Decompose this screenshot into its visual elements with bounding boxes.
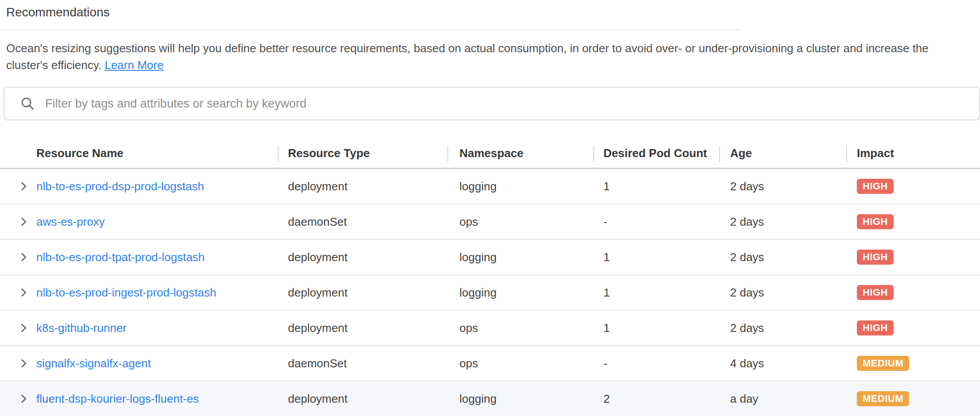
cell-namespace: ops xyxy=(459,357,603,370)
cell-namespace: logging xyxy=(459,286,603,300)
column-divider xyxy=(278,146,279,162)
impact-badge: HIGH xyxy=(857,250,894,265)
cell-resource-type: deployment xyxy=(288,321,459,335)
cell-resource-type: daemonSet xyxy=(288,215,459,229)
table-row: signalfx-signalfx-agent daemonSet ops - … xyxy=(0,346,980,381)
chevron-right-icon xyxy=(18,358,29,369)
column-divider xyxy=(719,146,720,162)
impact-badge: HIGH xyxy=(857,320,894,335)
cell-age: 2 days xyxy=(730,215,857,229)
resource-name-link[interactable]: k8s-github-runner xyxy=(36,321,127,335)
search-icon xyxy=(20,96,35,111)
table-row: nlb-to-es-prod-ingest-prod-logstash depl… xyxy=(0,275,980,311)
table-row: nlb-to-es-prod-tpat-prod-logstash deploy… xyxy=(0,240,980,275)
expand-row-button[interactable] xyxy=(18,358,29,369)
search-input[interactable] xyxy=(44,96,979,111)
impact-badge: MEDIUM xyxy=(857,391,909,406)
column-divider xyxy=(593,146,594,162)
chevron-right-icon xyxy=(18,181,29,192)
impact-badge: HIGH xyxy=(857,214,894,229)
column-header-resource-type: Resource Type xyxy=(288,146,459,160)
cell-desired-pod-count: 1 xyxy=(603,286,730,300)
column-header-namespace: Namespace xyxy=(459,146,603,160)
chevron-right-icon xyxy=(18,287,29,298)
search-bar xyxy=(4,87,980,120)
impact-badge: MEDIUM xyxy=(857,356,909,371)
column-header-desired-pod-count: Desired Pod Count xyxy=(603,146,730,160)
resource-name-link[interactable]: nlb-to-es-prod-dsp-prod-logstash xyxy=(36,180,204,193)
table-row: fluent-dsp-kourier-logs-fluent-es deploy… xyxy=(0,381,980,416)
cell-desired-pod-count: - xyxy=(603,215,730,229)
cell-age: 2 days xyxy=(730,180,857,193)
recommendations-table: Resource Name Resource Type Namespace De… xyxy=(0,139,980,416)
expand-row-button[interactable] xyxy=(18,251,29,263)
resource-name-link[interactable]: aws-es-proxy xyxy=(36,215,105,228)
cell-namespace: logging xyxy=(459,250,603,264)
table-row: nlb-to-es-prod-dsp-prod-logstash deploym… xyxy=(0,169,980,204)
page-title: Recommendations xyxy=(0,0,980,20)
cell-age: 4 days xyxy=(730,357,857,370)
cell-desired-pod-count: - xyxy=(603,357,730,370)
column-divider xyxy=(447,146,448,162)
column-header-age: Age xyxy=(730,146,857,160)
cell-resource-type: daemonSet xyxy=(288,357,459,370)
cell-namespace: ops xyxy=(459,321,603,335)
chevron-right-icon xyxy=(18,322,29,334)
cell-resource-type: deployment xyxy=(288,250,459,264)
cell-desired-pod-count: 2 xyxy=(603,392,730,406)
expand-row-button[interactable] xyxy=(18,181,29,192)
cell-desired-pod-count: 1 xyxy=(603,250,730,264)
cell-desired-pod-count: 1 xyxy=(603,180,730,193)
resource-name-link[interactable]: nlb-to-es-prod-ingest-prod-logstash xyxy=(36,286,216,299)
cell-namespace: logging xyxy=(459,392,603,406)
impact-badge: HIGH xyxy=(857,179,894,194)
column-header-impact: Impact xyxy=(857,146,980,160)
cell-resource-type: deployment xyxy=(288,180,459,193)
cell-namespace: logging xyxy=(459,180,603,193)
cell-age: 2 days xyxy=(730,321,857,335)
cell-namespace: ops xyxy=(459,215,603,229)
table-header: Resource Name Resource Type Namespace De… xyxy=(0,139,980,169)
table-row: aws-es-proxy daemonSet ops - 2 days HIGH xyxy=(0,204,980,240)
cell-age: 2 days xyxy=(730,286,857,300)
chevron-right-icon xyxy=(18,251,29,263)
column-divider xyxy=(846,146,847,162)
resource-name-link[interactable]: nlb-to-es-prod-tpat-prod-logstash xyxy=(36,250,205,264)
cell-desired-pod-count: 1 xyxy=(603,321,730,335)
cell-age: a day xyxy=(730,392,857,406)
resource-name-link[interactable]: fluent-dsp-kourier-logs-fluent-es xyxy=(36,392,199,405)
expand-row-button[interactable] xyxy=(18,287,29,298)
description: Ocean's resizing suggestions will help y… xyxy=(6,40,969,73)
expand-row-button[interactable] xyxy=(18,322,29,334)
table-row: k8s-github-runner deployment ops 1 2 day… xyxy=(0,311,980,346)
title-divider xyxy=(0,29,741,30)
chevron-right-icon xyxy=(18,216,29,227)
column-header-resource-name: Resource Name xyxy=(36,146,288,160)
impact-badge: HIGH xyxy=(857,285,894,300)
cell-resource-type: deployment xyxy=(288,392,459,406)
cell-age: 2 days xyxy=(730,250,857,264)
expand-row-button[interactable] xyxy=(18,216,29,227)
resource-name-link[interactable]: signalfx-signalfx-agent xyxy=(36,357,151,370)
learn-more-link[interactable]: Learn More xyxy=(105,58,163,72)
cell-resource-type: deployment xyxy=(288,286,459,300)
chevron-right-icon xyxy=(18,393,29,404)
expand-row-button[interactable] xyxy=(18,393,29,404)
